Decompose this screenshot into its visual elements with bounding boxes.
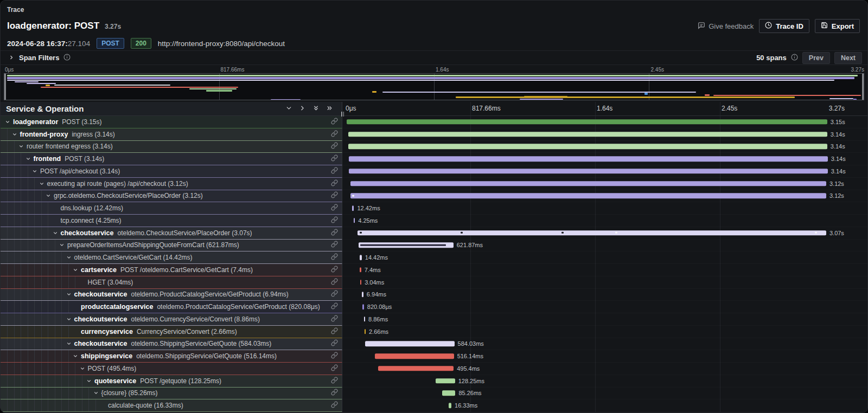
span-link-icon[interactable] xyxy=(331,388,338,398)
span-bar[interactable] xyxy=(354,218,355,223)
span-link-icon[interactable] xyxy=(331,302,338,312)
span-link-icon[interactable] xyxy=(331,228,338,238)
span-name-cell[interactable]: POST (495.4ms) xyxy=(1,363,342,375)
chevron-down-icon[interactable] xyxy=(93,388,99,398)
chevron-down-icon[interactable] xyxy=(66,339,72,349)
span-link-icon[interactable] xyxy=(331,117,338,127)
span-name-cell[interactable]: calculate-quote (16.33ms) xyxy=(1,399,342,412)
chevron-down-icon[interactable] xyxy=(53,228,58,238)
span-timeline-cell[interactable]: 495.4ms xyxy=(342,363,867,375)
span-bar[interactable] xyxy=(349,169,827,174)
collapse-all-icon[interactable] xyxy=(312,104,320,114)
span-bar[interactable] xyxy=(365,329,366,334)
chevron-down-icon[interactable] xyxy=(80,364,85,373)
span-bar[interactable] xyxy=(350,181,826,186)
chevron-down-icon[interactable] xyxy=(32,166,37,176)
span-timeline-cell[interactable]: 584.03ms xyxy=(342,338,867,351)
span-bar[interactable] xyxy=(348,144,827,150)
span-link-icon[interactable] xyxy=(331,265,338,275)
span-name-cell[interactable]: checkoutserviceoteldemo.ShippingService/… xyxy=(1,338,342,351)
span-link-icon[interactable] xyxy=(331,203,338,213)
span-name-cell[interactable]: checkoutserviceoteldemo.CurrencyService/… xyxy=(1,313,342,326)
span-name-cell[interactable]: frontendPOST (3.14s) xyxy=(1,153,342,165)
minimap-drag-handle[interactable] xyxy=(862,74,864,100)
span-bar[interactable] xyxy=(352,205,354,211)
chevron-down-icon[interactable] xyxy=(46,191,51,201)
span-name-cell[interactable]: checkoutserviceoteldemo.ProductCatalogSe… xyxy=(1,289,342,301)
span-name-cell[interactable]: executing api route (pages) /api/checkou… xyxy=(1,178,342,190)
span-name-cell[interactable]: HGET (3.04ms) xyxy=(1,276,342,289)
span-timeline-cell[interactable]: 3.14s xyxy=(342,153,867,165)
chevron-down-icon[interactable] xyxy=(5,117,10,127)
span-link-icon[interactable] xyxy=(331,339,338,349)
span-bar[interactable] xyxy=(449,403,451,408)
chevron-down-icon[interactable] xyxy=(18,141,24,151)
span-bar[interactable] xyxy=(442,391,455,396)
span-bar[interactable] xyxy=(375,353,454,359)
span-timeline-cell[interactable]: 820.08μs xyxy=(342,301,867,313)
span-link-icon[interactable] xyxy=(331,351,338,361)
span-timeline-cell[interactable]: 3.04ms xyxy=(342,276,867,289)
chevron-down-icon[interactable] xyxy=(66,314,72,324)
span-bar[interactable] xyxy=(349,156,827,162)
span-name-cell[interactable]: router frontend egress (3.14s) xyxy=(1,141,342,153)
span-bar[interactable] xyxy=(347,119,827,125)
span-bar[interactable] xyxy=(378,366,454,371)
span-timeline-cell[interactable]: 85.26ms xyxy=(342,388,867,400)
chevron-down-icon[interactable] xyxy=(73,265,78,275)
span-link-icon[interactable] xyxy=(331,253,338,262)
chevron-down-icon[interactable] xyxy=(12,130,17,139)
span-name-cell[interactable]: tcp.connect (4.25ms) xyxy=(1,215,342,227)
span-bar[interactable] xyxy=(350,193,826,199)
trace-id-button[interactable]: Trace ID xyxy=(759,19,809,33)
span-bar[interactable] xyxy=(436,378,455,384)
span-bar[interactable] xyxy=(365,341,455,347)
span-timeline-cell[interactable]: 128.25ms xyxy=(342,375,867,388)
span-name-cell[interactable]: prepareOrderItemsAndShippingQuoteFromCar… xyxy=(1,240,342,252)
span-name-cell[interactable]: frontend-proxyingress (3.14s) xyxy=(1,128,342,141)
span-name-cell[interactable]: grpc.oteldemo.CheckoutService/PlaceOrder… xyxy=(1,190,342,203)
span-name-cell[interactable]: quoteservicePOST /getquote (128.25ms) xyxy=(1,375,342,388)
span-name-cell[interactable]: loadgeneratorPOST (3.15s) xyxy=(1,116,342,128)
prev-button[interactable]: Prev xyxy=(802,52,830,64)
span-link-icon[interactable] xyxy=(331,364,338,373)
span-link-icon[interactable] xyxy=(331,166,338,176)
span-name-cell[interactable]: productcatalogserviceoteldemo.ProductCat… xyxy=(1,301,342,313)
span-link-icon[interactable] xyxy=(331,289,338,299)
span-link-icon[interactable] xyxy=(331,191,338,201)
span-bar[interactable] xyxy=(360,267,361,273)
span-timeline-cell[interactable]: 14.42ms xyxy=(342,251,867,264)
span-timeline-cell[interactable]: 3.07s xyxy=(342,227,867,240)
span-name-cell[interactable]: currencyserviceCurrencyService/Convert (… xyxy=(1,326,342,338)
chevron-down-icon[interactable] xyxy=(66,253,72,262)
span-timeline-cell[interactable]: 3.14s xyxy=(342,141,867,153)
span-timeline-cell[interactable]: 12.42ms xyxy=(342,202,867,215)
span-bar[interactable] xyxy=(358,230,826,236)
expand-one-icon[interactable] xyxy=(299,104,306,114)
span-bar[interactable] xyxy=(360,280,362,285)
span-timeline-cell[interactable]: 3.12s xyxy=(342,178,867,190)
span-timeline-cell[interactable]: 2.66ms xyxy=(342,326,867,338)
expand-all-icon[interactable] xyxy=(326,104,333,114)
span-name-cell[interactable]: POST /api/checkout (3.14s) xyxy=(1,165,342,178)
next-button[interactable]: Next xyxy=(834,52,862,64)
minimap-drag-handle[interactable] xyxy=(4,74,6,100)
span-link-icon[interactable] xyxy=(331,179,338,189)
span-name-cell[interactable]: cartservicePOST /oteldemo.CartService/Ge… xyxy=(1,264,342,276)
span-timeline-cell[interactable]: 16.33ms xyxy=(342,399,867,412)
give-feedback-link[interactable]: Give feedback xyxy=(698,22,754,31)
span-bar[interactable] xyxy=(364,317,366,322)
span-timeline-cell[interactable]: 621.87ms xyxy=(342,240,867,252)
span-timeline-cell[interactable]: 6.94ms xyxy=(342,289,867,301)
span-timeline-cell[interactable]: 3.14s xyxy=(342,165,867,178)
span-link-icon[interactable] xyxy=(331,278,338,287)
span-timeline-cell[interactable]: 4.25ms xyxy=(342,215,867,227)
chevron-down-icon[interactable] xyxy=(39,179,44,189)
span-timeline-cell[interactable]: 3.15s xyxy=(342,116,867,128)
chevron-down-icon[interactable] xyxy=(25,154,31,164)
span-link-icon[interactable] xyxy=(331,376,338,386)
column-resize-handle[interactable] xyxy=(341,112,344,117)
span-name-cell[interactable]: oteldemo.CartService/GetCart (14.42ms) xyxy=(1,251,342,264)
span-name-cell[interactable]: dns.lookup (12.42ms) xyxy=(1,202,342,215)
span-link-icon[interactable] xyxy=(331,154,338,164)
